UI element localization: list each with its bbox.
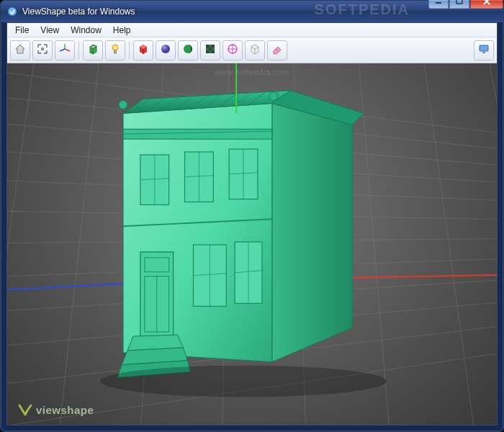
branding: viewshape bbox=[17, 402, 94, 418]
app-icon bbox=[6, 6, 18, 17]
sphere-shading-button[interactable] bbox=[156, 40, 176, 60]
solid-cube-icon bbox=[137, 42, 150, 58]
monitor-icon bbox=[477, 42, 490, 58]
solid-shading-button[interactable] bbox=[133, 40, 153, 60]
moon-icon bbox=[181, 42, 194, 58]
home-button[interactable] bbox=[10, 40, 30, 60]
menubar: File View Window Help bbox=[7, 23, 497, 37]
svg-point-9 bbox=[161, 45, 170, 53]
axes-icon bbox=[58, 42, 71, 58]
app-window: ViewShape beta for Windows SOFTPEDIA Fil… bbox=[0, 0, 504, 432]
maximize-button[interactable] bbox=[449, 0, 469, 9]
half-shading-button[interactable] bbox=[178, 40, 198, 60]
y-axis-overlay bbox=[7, 63, 497, 425]
save-icon bbox=[248, 42, 261, 58]
transform-gizmo-button[interactable] bbox=[222, 40, 243, 60]
svg-rect-8 bbox=[114, 50, 117, 53]
svg-point-3 bbox=[41, 47, 44, 50]
fit-view-button[interactable] bbox=[32, 40, 53, 60]
close-button[interactable] bbox=[470, 0, 503, 9]
lightbulb-icon bbox=[109, 42, 122, 58]
wireframe-cube-icon bbox=[86, 42, 99, 58]
gizmo-icon bbox=[226, 42, 239, 58]
svg-point-7 bbox=[112, 45, 118, 50]
toolbar-separator bbox=[129, 41, 130, 60]
checker-icon bbox=[204, 42, 217, 58]
svg-line-6 bbox=[60, 49, 65, 51]
svg-rect-14 bbox=[209, 48, 212, 50]
menu-view[interactable]: View bbox=[35, 24, 64, 37]
svg-rect-13 bbox=[212, 45, 215, 48]
svg-line-5 bbox=[65, 49, 70, 51]
logo-icon bbox=[17, 402, 33, 418]
window-controls bbox=[428, 0, 503, 9]
3d-viewport[interactable]: www.softpedia.com bbox=[7, 63, 497, 425]
svg-rect-20 bbox=[480, 45, 488, 51]
watermark-top: SOFTPEDIA bbox=[315, 1, 410, 18]
eraser-icon bbox=[271, 42, 284, 58]
axes-button[interactable] bbox=[55, 40, 75, 60]
svg-rect-12 bbox=[206, 45, 209, 48]
menu-window[interactable]: Window bbox=[66, 24, 107, 37]
menu-help[interactable]: Help bbox=[108, 24, 136, 37]
menu-file[interactable]: File bbox=[10, 24, 34, 37]
save-button[interactable] bbox=[245, 40, 265, 60]
svg-rect-1 bbox=[436, 2, 441, 4]
minimize-button[interactable] bbox=[428, 0, 449, 9]
snapshot-button[interactable] bbox=[474, 40, 494, 60]
fit-icon bbox=[36, 42, 49, 58]
home-icon bbox=[14, 42, 27, 58]
eraser-button[interactable] bbox=[267, 40, 287, 60]
sphere-icon bbox=[159, 42, 172, 58]
toolbar bbox=[7, 37, 497, 63]
texture-button[interactable] bbox=[200, 40, 220, 60]
wireframe-button[interactable] bbox=[83, 40, 103, 60]
svg-rect-16 bbox=[212, 50, 215, 53]
client-area: File View Window Help bbox=[6, 22, 498, 426]
svg-rect-21 bbox=[482, 52, 485, 53]
svg-point-0 bbox=[8, 7, 17, 16]
svg-rect-2 bbox=[456, 0, 462, 4]
svg-rect-15 bbox=[206, 50, 209, 53]
branding-text: viewshape bbox=[36, 404, 94, 416]
toolbar-separator bbox=[78, 41, 79, 60]
titlebar[interactable]: ViewShape beta for Windows SOFTPEDIA bbox=[1, 1, 503, 22]
light-button[interactable] bbox=[105, 40, 125, 60]
